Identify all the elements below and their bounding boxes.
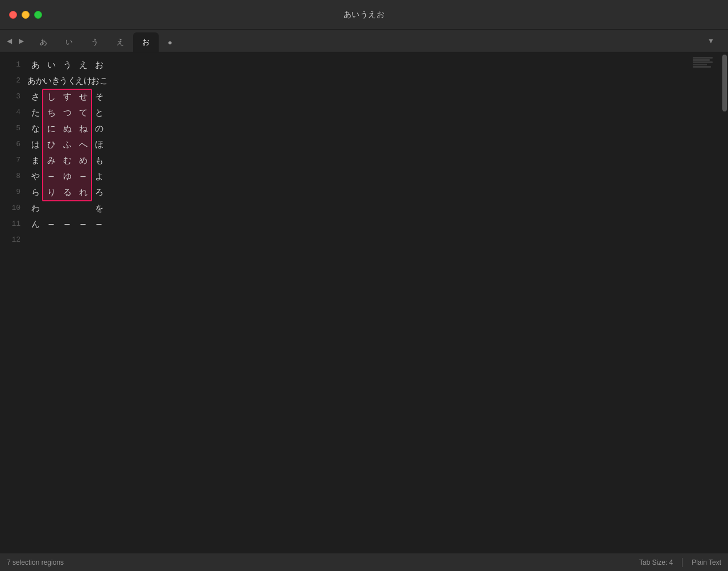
line-number-5: 5 — [0, 121, 27, 136]
minimize-button[interactable] — [22, 11, 30, 19]
tab-nav-left[interactable]: ◀ — [5, 36, 14, 46]
line-number-9: 9 — [0, 184, 27, 200]
tab-nav-right[interactable]: ▶ — [16, 36, 26, 46]
line-number-7: 7 — [0, 152, 27, 168]
code-content[interactable]: あいうえおあかいきうくえけおこさしすせそたちつてとなにぬねのはひふへほまみむめも… — [27, 52, 687, 553]
code-line-2: あかいきうくえけおこ — [27, 73, 687, 89]
status-separator — [682, 558, 682, 567]
tab-label-2: う — [91, 37, 98, 47]
tab-1[interactable]: い — [56, 32, 82, 52]
char-0-4: お — [91, 57, 107, 73]
code-line-5: なにぬねの — [27, 121, 687, 136]
code-line-1: あいうえお — [27, 57, 687, 73]
tab-4[interactable]: お — [133, 32, 159, 52]
code-line-4: たちつてと — [27, 105, 687, 121]
tab-nav-arrows: ◀ ▶ — [0, 30, 31, 52]
tab-label-1: い — [65, 37, 73, 47]
code-line-3: さしすせそ — [27, 89, 687, 105]
char-2-0: さ — [27, 89, 43, 105]
char-2-2: す — [59, 89, 75, 105]
tab-5[interactable]: ● — [159, 32, 181, 52]
minimap — [687, 52, 721, 553]
char-9-0: わ — [27, 200, 43, 216]
window-controls — [9, 11, 42, 19]
tab-dropdown-icon[interactable]: ▼ — [708, 37, 714, 45]
char-8-0: ら — [27, 184, 43, 200]
char-7-2: ゆ — [59, 168, 75, 184]
char-10-4: — — [91, 216, 107, 232]
char-4-3: ね — [75, 121, 91, 136]
line-numbers: 123456789101112 — [0, 52, 27, 553]
tab-label-0: あ — [40, 37, 47, 47]
line-number-1: 1 — [0, 57, 27, 73]
char-8-4: ろ — [91, 184, 107, 200]
char-5-3: へ — [75, 136, 91, 152]
status-right: Tab Size: 4 Plain Text — [639, 558, 721, 567]
char-10-1: — — [43, 216, 59, 232]
char-9-4: を — [91, 200, 107, 216]
char-7-0: や — [27, 168, 43, 184]
char-2-3: せ — [75, 89, 91, 105]
char-1-2: うく — [59, 73, 75, 89]
char-4-1: に — [43, 121, 59, 136]
code-line-7: まみむめも — [27, 152, 687, 168]
code-line-11: ん———— — [27, 216, 687, 232]
char-1-1: いき — [43, 73, 59, 89]
tab-0[interactable]: あ — [31, 32, 56, 52]
code-line-9: らりるれろ — [27, 184, 687, 200]
tab-label-4: お — [142, 37, 150, 47]
char-3-2: つ — [59, 105, 75, 121]
line-number-10: 10 — [0, 200, 27, 216]
char-6-1: み — [43, 152, 59, 168]
char-6-0: ま — [27, 152, 43, 168]
char-5-2: ふ — [59, 136, 75, 152]
tab-size-label[interactable]: Tab Size: 4 — [639, 558, 673, 566]
char-7-1: — — [43, 168, 59, 184]
char-3-4: と — [91, 105, 107, 121]
char-4-2: ぬ — [59, 121, 75, 136]
status-bar: 7 selection regions Tab Size: 4 Plain Te… — [0, 553, 728, 571]
char-8-2: る — [59, 184, 75, 200]
lines-container: あいうえおあかいきうくえけおこさしすせそたちつてとなにぬねのはひふへほまみむめも… — [27, 57, 687, 248]
char-8-3: れ — [75, 184, 91, 200]
char-10-3: — — [75, 216, 91, 232]
status-left: 7 selection regions — [7, 558, 64, 566]
file-type-label[interactable]: Plain Text — [692, 558, 721, 566]
tabs-container: あいうえお● — [31, 30, 181, 52]
char-0-1: い — [43, 57, 59, 73]
char-10-2: — — [59, 216, 75, 232]
char-5-1: ひ — [43, 136, 59, 152]
code-line-6: はひふへほ — [27, 136, 687, 152]
tab-label-3: え — [117, 37, 124, 47]
char-4-4: の — [91, 121, 107, 136]
char-8-1: り — [43, 184, 59, 200]
maximize-button[interactable] — [34, 11, 42, 19]
char-5-0: は — [27, 136, 43, 152]
window-title: あいうえお — [344, 10, 385, 20]
char-3-0: た — [27, 105, 43, 121]
char-5-4: ほ — [91, 136, 107, 152]
tab-label-5: ● — [168, 38, 172, 47]
char-6-4: も — [91, 152, 107, 168]
code-line-10: わを — [27, 200, 687, 216]
char-2-4: そ — [91, 89, 107, 105]
scrollbar-thumb[interactable] — [722, 55, 727, 111]
char-7-3: — — [75, 168, 91, 184]
scrollbar-track[interactable] — [721, 52, 728, 553]
char-3-1: ち — [43, 105, 59, 121]
line-number-3: 3 — [0, 89, 27, 105]
char-3-3: て — [75, 105, 91, 121]
tab-3[interactable]: え — [107, 32, 133, 52]
char-7-4: よ — [91, 168, 107, 184]
char-1-3: えけ — [75, 73, 91, 89]
char-6-3: め — [75, 152, 91, 168]
title-bar: あいうえお — [0, 0, 728, 30]
close-button[interactable] — [9, 11, 17, 19]
char-0-3: え — [75, 57, 91, 73]
tab-2[interactable]: う — [82, 32, 107, 52]
line-number-11: 11 — [0, 216, 27, 232]
selection-regions-label: 7 selection regions — [7, 558, 64, 566]
char-2-1: し — [43, 89, 59, 105]
line-number-8: 8 — [0, 168, 27, 184]
line-number-12: 12 — [0, 232, 27, 248]
